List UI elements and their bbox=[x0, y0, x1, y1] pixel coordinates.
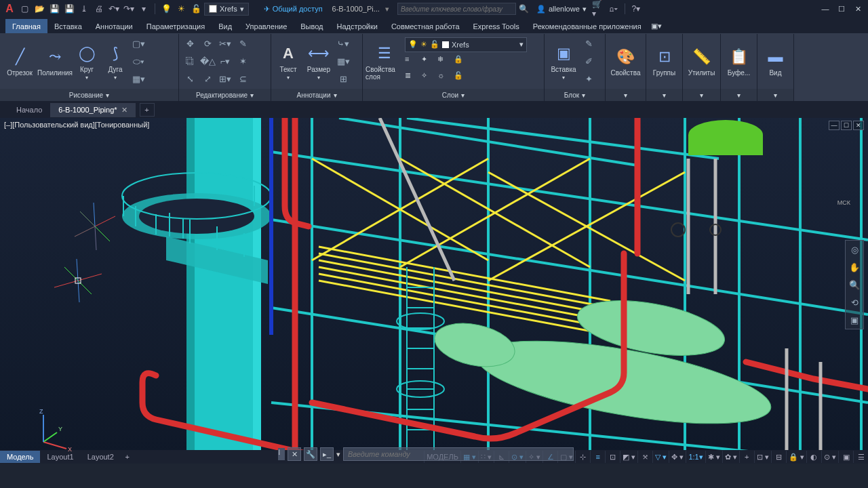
vp-close-icon[interactable]: ✕ bbox=[853, 121, 864, 130]
user-menu[interactable]: 👤 allenlowe ▾ bbox=[532, 5, 591, 14]
save-icon[interactable]: 💾 bbox=[47, 2, 61, 16]
command-input[interactable] bbox=[343, 447, 574, 461]
text-tool[interactable]: AТекст▾ bbox=[274, 36, 302, 87]
rect-icon[interactable]: ▢▾ bbox=[130, 36, 146, 52]
showmotion-icon[interactable]: ▣ bbox=[846, 311, 863, 329]
tab-express[interactable]: Express Tools bbox=[467, 19, 526, 33]
status-lineweight-icon[interactable]: ⊹ bbox=[575, 451, 590, 463]
offset-icon[interactable]: ⊆ bbox=[235, 71, 251, 87]
sun-icon[interactable]: ☀ bbox=[174, 2, 188, 16]
utilities-button[interactable]: 📏Утилиты bbox=[686, 36, 717, 87]
panel-layers-title[interactable]: Слои ▾ bbox=[363, 89, 544, 101]
status-custom-icon[interactable]: ☰ bbox=[853, 451, 868, 463]
doc-tab-active[interactable]: 6-B-1000_Piping*✕ bbox=[50, 103, 135, 117]
app-logo-icon[interactable]: A bbox=[3, 2, 16, 16]
doc-tab-add[interactable]: + bbox=[140, 103, 155, 117]
mirror-icon[interactable]: �△ bbox=[199, 54, 216, 70]
leader-icon[interactable]: ⤷▾ bbox=[335, 36, 351, 52]
status-annomon-icon[interactable]: + bbox=[739, 451, 754, 463]
layer-btn-6[interactable]: ✧ bbox=[421, 71, 436, 86]
saveas-icon[interactable]: 💾 bbox=[62, 2, 76, 16]
block-create-icon[interactable]: ✎ bbox=[581, 36, 596, 52]
tab-output[interactable]: Вывод bbox=[294, 19, 330, 33]
status-trans-icon[interactable]: ≡ bbox=[590, 451, 605, 463]
arc-tool[interactable]: ⟆Дуга▾ bbox=[102, 36, 129, 87]
status-clean-icon[interactable]: ▣ bbox=[838, 451, 853, 463]
doc-tab-start[interactable]: Начало bbox=[8, 103, 50, 117]
lock-open-icon[interactable]: 🔓 bbox=[189, 2, 203, 16]
dimension-tool[interactable]: ⟷Размер▾ bbox=[304, 36, 334, 87]
new-icon[interactable]: ▢ bbox=[18, 2, 31, 16]
share-button[interactable]: ✈ Общий доступ bbox=[260, 5, 327, 14]
circle-tool[interactable]: ◯Круг▾ bbox=[73, 36, 100, 87]
web-open-icon[interactable]: ⤓ bbox=[77, 2, 91, 16]
status-annoscale-icon[interactable]: 1:1 ▾ bbox=[686, 451, 705, 463]
fillet-icon[interactable]: ⌐▾ bbox=[217, 54, 233, 70]
hatch-icon[interactable]: ▦▾ bbox=[130, 71, 146, 87]
minimize-button[interactable]: — bbox=[818, 3, 833, 15]
maximize-button[interactable]: ☐ bbox=[834, 3, 849, 15]
clipboard-button[interactable]: 📋Буфе... bbox=[724, 36, 754, 87]
ellipse-icon[interactable]: ⬭▾ bbox=[130, 54, 146, 70]
status-annovis-icon[interactable]: ✱ ▾ bbox=[705, 451, 722, 463]
undo-icon[interactable]: ↶▾ bbox=[107, 2, 121, 16]
layer-btn-1[interactable]: ≡ bbox=[405, 55, 420, 70]
view-button[interactable]: ▬Вид bbox=[760, 36, 791, 87]
qat-more-icon[interactable]: ▾ bbox=[137, 2, 151, 16]
vp-min-icon[interactable]: — bbox=[829, 121, 840, 130]
table2-icon[interactable]: ⊞ bbox=[335, 71, 351, 87]
layer-btn-8[interactable]: 🔓 bbox=[454, 71, 469, 86]
search-input[interactable] bbox=[397, 3, 516, 15]
tab-insert[interactable]: Вставка bbox=[47, 19, 89, 33]
tab-main[interactable]: Главная bbox=[5, 19, 47, 33]
cmd-close-icon[interactable]: ✕ bbox=[288, 447, 301, 461]
wcs-label[interactable]: МСК bbox=[837, 199, 850, 206]
cmd-prompt-icon[interactable]: ▸_ bbox=[320, 447, 334, 461]
tab-close-icon[interactable]: ✕ bbox=[121, 106, 127, 115]
stretch-icon[interactable]: ⤡ bbox=[182, 71, 198, 87]
layout-tab-2[interactable]: Layout2 bbox=[81, 451, 121, 463]
status-units-icon[interactable]: ⊡ ▾ bbox=[754, 451, 771, 463]
status-gizmo-icon[interactable]: ✥ ▾ bbox=[669, 451, 686, 463]
status-isoobj-icon[interactable]: ⊙ ▾ bbox=[821, 451, 838, 463]
trim-icon[interactable]: ✂▾ bbox=[217, 36, 233, 52]
viewport[interactable]: [–][Пользовательский вид][Тонированный] … bbox=[0, 118, 868, 464]
wheel-icon[interactable]: ◎ bbox=[846, 241, 863, 258]
help-icon[interactable]: ?▾ bbox=[629, 2, 643, 16]
properties-button[interactable]: 🎨Свойства bbox=[608, 36, 643, 87]
doc-title-dropdown-icon[interactable]: ▾ bbox=[385, 5, 389, 14]
pan-icon[interactable]: ✋ bbox=[846, 258, 863, 276]
status-lock-icon[interactable]: 🔒 ▾ bbox=[786, 451, 806, 463]
zoom-icon[interactable]: 🔍 bbox=[846, 276, 863, 293]
layer-btn-2[interactable]: ✦ bbox=[421, 55, 436, 70]
vp-max-icon[interactable]: ☐ bbox=[841, 121, 852, 130]
cart-icon[interactable]: 🛒▾ bbox=[592, 2, 606, 16]
tab-featured[interactable]: Рекомендованные приложения bbox=[526, 19, 648, 33]
panel-modify-title[interactable]: Редактирование ▾ bbox=[179, 89, 271, 101]
move-icon[interactable]: ✥ bbox=[182, 36, 198, 52]
array-icon[interactable]: ⊞▾ bbox=[217, 71, 233, 87]
layer-btn-4[interactable]: 🔒 bbox=[454, 55, 469, 70]
layer-combo[interactable]: 💡 ☀ 🔓 Xrefs ▾ bbox=[405, 37, 527, 52]
panel-block-title[interactable]: Блок ▾ bbox=[545, 89, 605, 101]
line-tool[interactable]: ╱Отрезок bbox=[3, 36, 37, 87]
panel-draw-title[interactable]: Рисование ▾ bbox=[0, 89, 178, 101]
tab-extra-icon[interactable]: ▣▾ bbox=[648, 19, 665, 33]
layer-btn-7[interactable]: ☼ bbox=[437, 71, 452, 86]
tab-view[interactable]: Вид bbox=[212, 19, 239, 33]
cmd-handle[interactable]: ⁞ bbox=[278, 448, 285, 460]
layer-btn-5[interactable]: ≣ bbox=[405, 71, 420, 86]
layout-add[interactable]: + bbox=[121, 453, 134, 461]
status-qprop-icon[interactable]: ⊟ bbox=[771, 451, 786, 463]
layer-btn-3[interactable]: ❄ bbox=[437, 55, 452, 70]
cmd-config-icon[interactable]: 🔧 bbox=[304, 447, 317, 461]
orbit-icon[interactable]: ⟲ bbox=[846, 293, 863, 311]
groups-button[interactable]: ⊡Группы bbox=[649, 36, 679, 87]
tab-collab[interactable]: Совместная работа bbox=[384, 19, 467, 33]
tab-parametric[interactable]: Параметризация bbox=[140, 19, 212, 33]
status-filter-icon[interactable]: ▽ ▾ bbox=[652, 451, 669, 463]
erase-icon[interactable]: ✎ bbox=[235, 36, 251, 52]
block-edit-icon[interactable]: ✐ bbox=[581, 54, 596, 70]
open-icon[interactable]: 📂 bbox=[33, 2, 46, 16]
status-ws-icon[interactable]: ✿ ▾ bbox=[722, 451, 739, 463]
